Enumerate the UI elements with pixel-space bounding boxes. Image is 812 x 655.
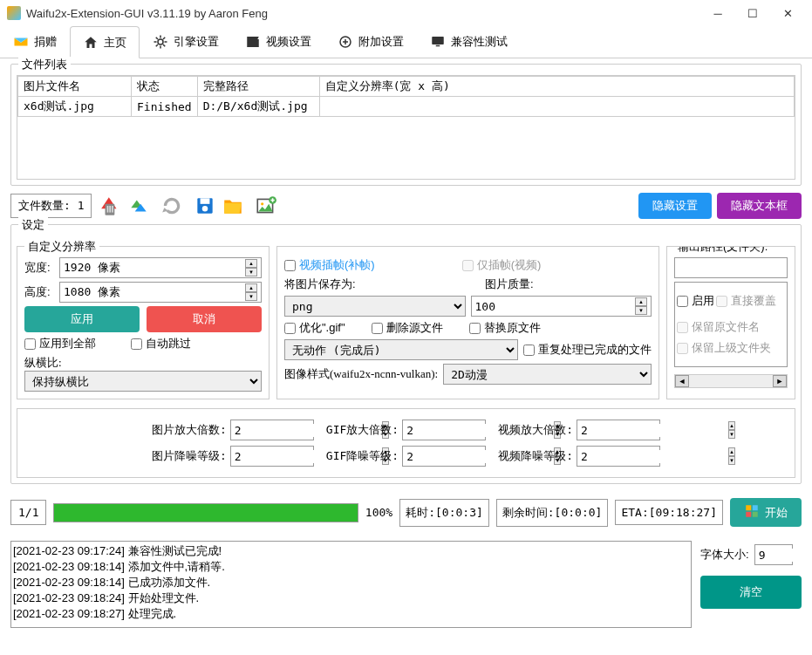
clapperboard-icon <box>245 34 261 50</box>
toolbar: 文件数量: 1 隐藏设置 隐藏文本框 <box>10 193 802 219</box>
close-button[interactable]: ✕ <box>770 1 805 25</box>
col-res[interactable]: 自定义分辨率(宽 x 高) <box>319 77 794 97</box>
keep-parent-checkbox: 保留上级文件夹 <box>677 340 785 356</box>
remain-time: 剩余时间:[0:0:0] <box>496 499 609 527</box>
svg-rect-15 <box>746 505 751 510</box>
open-folder-button[interactable] <box>219 194 247 218</box>
hide-textbox-button[interactable]: 隐藏文本框 <box>717 193 802 219</box>
del-src-checkbox[interactable]: 删除源文件 <box>372 320 443 336</box>
tab-addon[interactable]: 附加设置 <box>324 26 417 58</box>
tab-video[interactable]: 视频设置 <box>232 26 324 58</box>
clear-log-button[interactable]: 清空 <box>700 576 802 609</box>
image-options-panel: 视频插帧(补帧) 仅插帧(视频) 将图片保存为: 图片质量: png ▲▼ 优化… <box>276 246 659 399</box>
save-button[interactable] <box>191 194 219 218</box>
svg-rect-6 <box>107 206 109 213</box>
tab-compat[interactable]: 兼容性测试 <box>417 26 521 58</box>
svg-rect-4 <box>436 45 440 47</box>
file-count: 文件数量: 1 <box>10 194 92 218</box>
log-textbox[interactable]: [2021-02-23 09:17:24] 兼容性测试已完成! [2021-02… <box>10 541 692 628</box>
svg-rect-16 <box>753 505 758 510</box>
progress-section: 1/1 100% 耗时:[0:0:3] 剩余时间:[0:0:0] ETA:[09… <box>10 498 802 527</box>
log-line: [2021-02-23 09:18:14] 添加文件中,请稍等. <box>13 559 689 575</box>
log-line: [2021-02-23 09:18:27] 处理完成. <box>13 606 689 622</box>
file-list-panel: 文件列表 图片文件名 状态 完整路径 自定义分辨率(宽 x 高) x6d测试.j… <box>10 64 802 186</box>
after-action-select[interactable]: 无动作 (完成后) <box>284 339 518 360</box>
gif-denoise-input[interactable]: ▲▼ <box>402 446 486 467</box>
width-input[interactable]: ▲▼ <box>59 257 262 278</box>
gif-scale-input[interactable]: ▲▼ <box>402 420 486 440</box>
col-status[interactable]: 状态 <box>132 77 198 97</box>
table-header-row: 图片文件名 状态 完整路径 自定义分辨率(宽 x 高) <box>18 77 795 97</box>
output-path-panel: 输出路径(文件夹): 启用 直接覆盖 保留原文件名 保留上级文件夹 ◄► <box>666 246 795 399</box>
replace-src-checkbox[interactable]: 替换原文件 <box>469 320 541 336</box>
log-line: [2021-02-23 09:18:14] 已成功添加文件. <box>13 575 689 590</box>
elapsed-time: 耗时:[0:0:3] <box>399 499 489 527</box>
tab-home[interactable]: 主页 <box>70 26 140 58</box>
quality-input[interactable]: ▲▼ <box>471 296 652 317</box>
app-icon <box>7 6 21 20</box>
opt-gif-checkbox[interactable]: 优化".gif" <box>284 320 345 336</box>
tab-donate[interactable]: 捐赠 <box>0 26 70 58</box>
window-title: Waifu2x-Extension-GUI v3.11.19 by Aaron … <box>26 7 700 20</box>
apply-button[interactable]: 应用 <box>24 306 140 332</box>
img-style-select[interactable]: 2D动漫 <box>443 364 652 385</box>
horizontal-scrollbar[interactable]: ◄► <box>674 374 788 388</box>
eta: ETA:[09:18:27] <box>615 500 723 525</box>
video-interp-checkbox[interactable]: 视频插帧(补帧) <box>284 257 375 273</box>
custom-res-panel: 自定义分辨率 宽度: ▲▼ 高度: ▲▼ 应用 取消 应用到全部 自动跳过 纵横 <box>17 246 270 399</box>
img-denoise-input[interactable]: ▲▼ <box>230 446 314 467</box>
cancel-button[interactable]: 取消 <box>147 306 262 332</box>
gear-plus-icon <box>338 34 353 50</box>
aspect-select[interactable]: 保持纵横比 <box>24 371 262 392</box>
settings-panel: 设定 自定义分辨率 宽度: ▲▼ 高度: ▲▼ 应用 取消 应用到全部 <box>10 224 802 484</box>
overwrite-checkbox: 直接覆盖 <box>716 293 776 309</box>
save-format-select[interactable]: png <box>284 296 466 317</box>
clear-list-button[interactable] <box>125 194 153 218</box>
svg-rect-18 <box>753 512 758 517</box>
add-image-button[interactable] <box>252 194 280 218</box>
minimize-button[interactable]: ─ <box>700 1 735 25</box>
progress-count: 1/1 <box>10 500 46 525</box>
svg-point-13 <box>262 202 264 205</box>
svg-rect-7 <box>110 206 112 213</box>
log-line: [2021-02-23 09:18:24] 开始处理文件. <box>13 590 689 606</box>
svg-rect-8 <box>113 206 114 213</box>
hide-settings-button[interactable]: 隐藏设置 <box>638 193 712 219</box>
refresh-button[interactable] <box>158 194 186 218</box>
enable-output-checkbox[interactable]: 启用 <box>677 293 714 309</box>
col-path[interactable]: 完整路径 <box>197 77 319 97</box>
delete-button[interactable] <box>97 194 125 218</box>
svg-point-11 <box>202 206 208 212</box>
file-list-legend: 文件列表 <box>18 57 71 72</box>
gear-icon <box>153 34 168 50</box>
tab-bar: 捐赠 主页 引擎设置 视频设置 附加设置 兼容性测试 <box>0 26 812 58</box>
vid-scale-input[interactable]: ▲▼ <box>577 420 660 440</box>
font-size-input[interactable]: ▲▼ <box>754 544 793 565</box>
monitor-icon <box>430 34 446 50</box>
auto-skip-checkbox[interactable]: 自动跳过 <box>131 336 191 351</box>
start-button[interactable]: 开始 <box>730 498 802 527</box>
only-interp-checkbox: 仅插帧(视频) <box>462 257 542 273</box>
reprocess-checkbox[interactable]: 重复处理已完成的文件 <box>523 342 652 358</box>
maximize-button[interactable]: ☐ <box>735 1 770 25</box>
envelope-icon <box>13 34 29 50</box>
output-path-input[interactable] <box>674 257 788 278</box>
svg-rect-17 <box>746 512 751 517</box>
puzzle-icon <box>744 503 760 522</box>
log-line: [2021-02-23 09:17:24] 兼容性测试已完成! <box>13 543 689 559</box>
img-scale-input[interactable]: ▲▼ <box>230 420 314 440</box>
vid-denoise-input[interactable]: ▲▼ <box>577 446 660 467</box>
progress-bar <box>53 503 358 522</box>
progress-percent: 100% <box>365 506 392 519</box>
svg-rect-3 <box>432 37 444 44</box>
tab-engine[interactable]: 引擎设置 <box>140 26 232 58</box>
file-table[interactable]: 图片文件名 状态 完整路径 自定义分辨率(宽 x 高) x6d测试.jpg Fi… <box>17 75 795 180</box>
svg-point-0 <box>158 39 163 44</box>
apply-all-checkbox[interactable]: 应用到全部 <box>24 336 96 351</box>
height-input[interactable]: ▲▼ <box>59 282 262 303</box>
home-icon <box>83 35 99 51</box>
svg-rect-10 <box>201 198 210 204</box>
table-row[interactable]: x6d测试.jpg Finished D:/B/x6d测试.jpg <box>18 97 795 117</box>
svg-rect-1 <box>247 39 259 47</box>
col-name[interactable]: 图片文件名 <box>18 77 132 97</box>
